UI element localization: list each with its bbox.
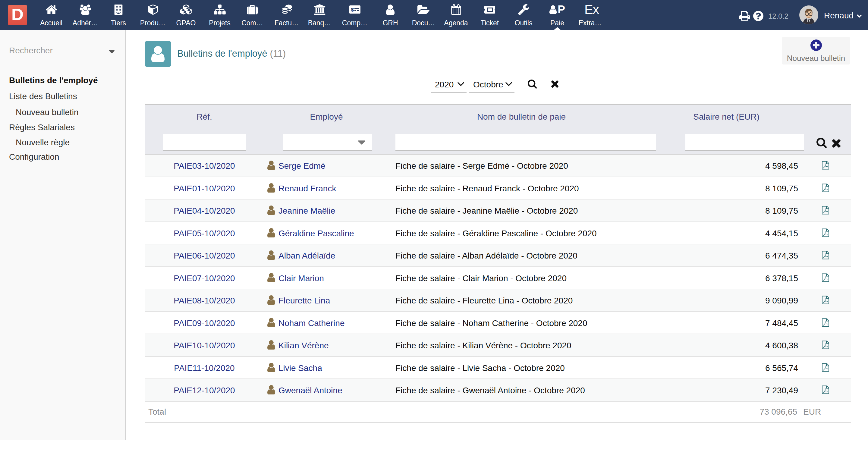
svg-text:$: $ [351,7,354,13]
